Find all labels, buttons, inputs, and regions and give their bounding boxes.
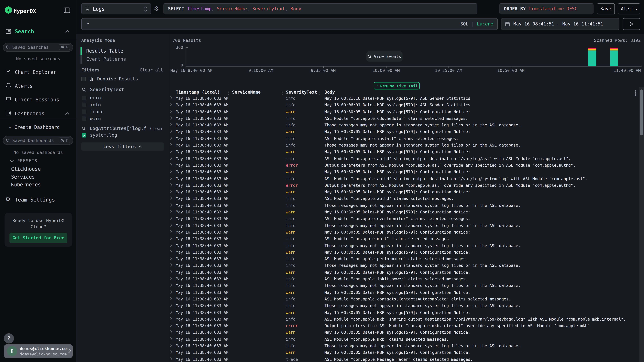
sidebar-item-client-sessions[interactable]: Client Sessions bbox=[15, 97, 59, 103]
sidebar-preset-clickhouse[interactable]: Clickhouse bbox=[11, 165, 76, 173]
table-row[interactable]: May 16 11:38:40.683 AMinfoThose messages… bbox=[169, 283, 644, 290]
table-row[interactable]: May 16 11:38:40.683 AMwarnMay 16 00:30:0… bbox=[169, 169, 644, 176]
table-row[interactable]: May 16 11:38:40.683 AMinfoThose messages… bbox=[169, 263, 644, 270]
select-clause-input[interactable]: SELECT Timestamp, ServiceName, SeverityT… bbox=[164, 3, 477, 14]
table-row[interactable]: May 16 11:38:40.683 AMwarnMay 16 00:30:0… bbox=[169, 129, 644, 136]
row-expand-icon[interactable] bbox=[170, 337, 172, 341]
table-row[interactable]: May 16 11:38:40.683 AMinfoThose messages… bbox=[169, 122, 644, 129]
row-expand-icon[interactable] bbox=[170, 156, 172, 160]
sidebar-item-team-settings[interactable]: Team Settings bbox=[15, 197, 55, 203]
sidebar-item-alerts[interactable]: Alerts bbox=[15, 83, 32, 89]
table-row[interactable]: May 16 11:38:40.683 AMinfoASL Module "co… bbox=[169, 256, 644, 263]
row-expand-icon[interactable] bbox=[170, 297, 172, 301]
alerts-button[interactable]: Alerts bbox=[618, 3, 640, 14]
help-button[interactable]: ? bbox=[4, 333, 14, 344]
info-checkbox[interactable] bbox=[82, 103, 86, 107]
table-row[interactable]: May 16 11:38:40.683 AMinfoASL Module "co… bbox=[169, 296, 644, 303]
row-expand-icon[interactable] bbox=[170, 283, 172, 287]
row-expand-icon[interactable] bbox=[170, 324, 172, 327]
table-row[interactable]: May 16 11:38:40.683 AMinfoASL Module "co… bbox=[169, 276, 644, 283]
row-expand-icon[interactable] bbox=[170, 103, 172, 106]
row-expand-icon[interactable] bbox=[170, 96, 172, 100]
table-row[interactable]: May 16 11:38:40.683 AMinfoMay 16 00:21:1… bbox=[169, 96, 644, 102]
table-row[interactable]: May 16 11:38:40.683 AMwarnMay 16 00:30:0… bbox=[169, 330, 644, 336]
row-expand-icon[interactable] bbox=[170, 210, 172, 213]
mode-lucene-label[interactable]: Lucene bbox=[477, 21, 493, 27]
table-row[interactable]: May 16 11:38:40.683 AMerrorOutput parame… bbox=[169, 183, 644, 189]
row-expand-icon[interactable] bbox=[170, 149, 172, 153]
row-expand-icon[interactable] bbox=[170, 303, 172, 307]
row-expand-icon[interactable] bbox=[170, 243, 172, 247]
row-expand-icon[interactable] bbox=[170, 203, 172, 207]
mode-event-patterns[interactable]: Event Patterns bbox=[86, 56, 126, 62]
logattr-clear-button[interactable]: Clear bbox=[150, 126, 163, 131]
row-expand-icon[interactable] bbox=[170, 230, 172, 234]
row-expand-icon[interactable] bbox=[170, 129, 172, 133]
systemlog-checkbox[interactable] bbox=[82, 133, 86, 138]
table-row[interactable]: May 16 11:38:40.683 AMtraceASL Module "c… bbox=[169, 357, 644, 362]
row-expand-icon[interactable] bbox=[170, 136, 172, 140]
table-row[interactable]: May 16 11:38:40.683 AMinfoASL Module "co… bbox=[169, 196, 644, 203]
logattr-filter-group-header[interactable]: LogAttributes['log.file.nam Clear bbox=[82, 126, 163, 131]
table-row[interactable]: May 16 11:38:40.683 AMinfoThose messages… bbox=[169, 303, 644, 310]
error-checkbox[interactable] bbox=[82, 96, 86, 100]
row-expand-icon[interactable] bbox=[170, 190, 172, 193]
column-resize-handle[interactable] bbox=[228, 91, 229, 92]
filter-item-systemlog[interactable]: system.log bbox=[82, 133, 117, 138]
saved-searches-input[interactable]: Saved Searches ⌘ K bbox=[3, 43, 73, 52]
row-expand-icon[interactable] bbox=[170, 357, 172, 361]
save-button[interactable]: Save bbox=[597, 3, 615, 14]
create-dashboard-button[interactable]: + Create Dashboard bbox=[8, 124, 60, 130]
histogram-chart[interactable]: 360 0 bbox=[186, 47, 641, 66]
filter-item-trace[interactable]: trace bbox=[82, 109, 104, 114]
filter-item-info[interactable]: info bbox=[82, 102, 101, 107]
row-expand-icon[interactable] bbox=[170, 290, 172, 294]
row-expand-icon[interactable] bbox=[170, 257, 172, 260]
row-expand-icon[interactable] bbox=[170, 123, 172, 127]
table-row[interactable]: May 16 11:38:40.683 AMwarnMay 16 00:30:0… bbox=[169, 189, 644, 196]
header-body[interactable]: Body bbox=[324, 89, 335, 94]
presets-section-label[interactable]: PRESETS bbox=[17, 158, 38, 163]
user-menu[interactable]: D demos@clickhouse.com demos@clickhouse.… bbox=[4, 344, 73, 358]
row-expand-icon[interactable] bbox=[170, 330, 172, 334]
column-resize-handle[interactable] bbox=[282, 91, 282, 92]
row-expand-icon[interactable] bbox=[170, 116, 172, 120]
table-row[interactable]: May 16 11:38:40.683 AMwarnMay 16 00:30:0… bbox=[169, 149, 644, 156]
source-settings-gear-icon[interactable]: ⚙ bbox=[154, 5, 160, 12]
row-expand-icon[interactable] bbox=[170, 216, 172, 220]
severity-filter-group-header[interactable]: SeverityText bbox=[82, 87, 124, 92]
view-events-button[interactable]: View Events bbox=[366, 51, 402, 62]
header-timestamp[interactable]: Timestamp (Local) bbox=[176, 89, 220, 94]
column-resize-handle[interactable] bbox=[319, 91, 320, 92]
row-expand-icon[interactable] bbox=[170, 317, 172, 321]
table-row[interactable]: May 16 11:38:40.683 AMinfoASL Module "co… bbox=[169, 116, 644, 122]
less-filters-button[interactable]: Less filters bbox=[81, 142, 164, 151]
mode-results-table[interactable]: Results Table bbox=[86, 48, 123, 54]
filter-item-error[interactable]: error bbox=[82, 95, 104, 100]
trace-checkbox[interactable] bbox=[82, 109, 86, 114]
row-expand-icon[interactable] bbox=[170, 237, 172, 240]
search-input[interactable] bbox=[86, 21, 460, 27]
row-expand-icon[interactable] bbox=[170, 350, 172, 354]
denoise-checkbox[interactable] bbox=[81, 77, 86, 81]
table-row[interactable]: May 16 11:38:40.683 AMinfoThose messages… bbox=[169, 203, 644, 209]
table-row[interactable]: May 16 11:38:40.683 AMwarnMay 16 00:30:0… bbox=[169, 270, 644, 276]
table-row[interactable]: May 16 11:38:40.683 AMinfoASL Module "co… bbox=[169, 136, 644, 142]
row-expand-icon[interactable] bbox=[170, 270, 172, 274]
table-row[interactable]: May 16 11:38:40.683 AMerrorOutput parame… bbox=[169, 162, 644, 169]
row-expand-icon[interactable] bbox=[170, 109, 172, 113]
saved-dashboards-input[interactable]: Saved Dashboards ⌘ K bbox=[3, 136, 73, 145]
table-row[interactable]: May 16 11:38:40.683 AMinfoASL Module "co… bbox=[169, 317, 644, 323]
histogram-bar[interactable] bbox=[588, 47, 596, 66]
chevron-down-icon[interactable] bbox=[10, 160, 14, 162]
row-expand-icon[interactable] bbox=[170, 196, 172, 200]
filter-item-warn[interactable]: warn bbox=[82, 116, 101, 121]
header-servicename[interactable]: ServiceName bbox=[232, 89, 261, 94]
sidebar-preset-kubernetes[interactable]: Kubernetes bbox=[11, 181, 76, 189]
row-expand-icon[interactable] bbox=[170, 277, 172, 280]
date-range-picker[interactable]: May 16 08:41:51 - May 16 11:41:51 bbox=[501, 18, 620, 30]
sidebar-item-search[interactable]: Search bbox=[15, 28, 34, 34]
table-row[interactable]: May 16 11:38:40.683 AMwarnMay 16 00:30:0… bbox=[169, 290, 644, 296]
order-by-input[interactable]: ORDER BY TimestampTime DESC bbox=[499, 3, 594, 14]
row-expand-icon[interactable] bbox=[170, 143, 172, 147]
